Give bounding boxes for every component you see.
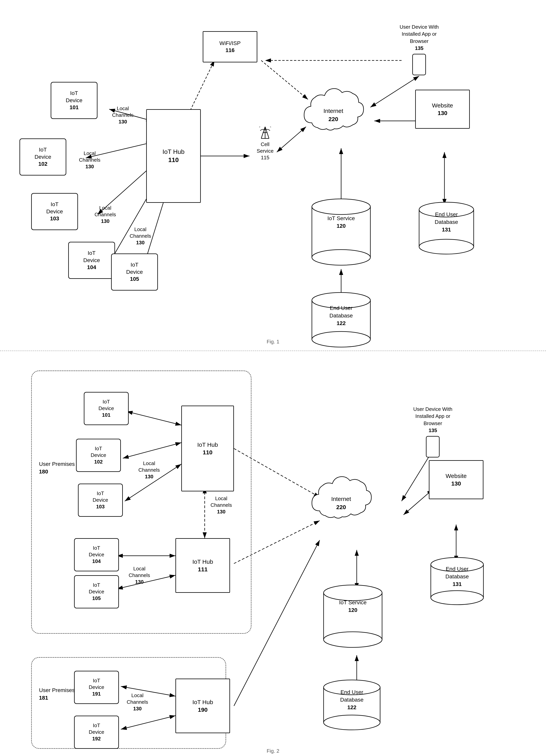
local-channels-130-d2-4: LocalChannels130 [127, 692, 148, 712]
user-device-135-d1: User Device WithInstalled App orBrowser1… [400, 23, 439, 75]
iot-device-103-d2: IoTDevice103 [78, 484, 123, 517]
svg-point-60 [431, 591, 483, 605]
iot-device-105-d1: IoTDevice105 [111, 253, 158, 291]
svg-point-27 [312, 250, 370, 265]
local-channels-label-1: LocalChannels130 [103, 105, 142, 125]
local-channels-130-d2-3: LocalChannels130 [211, 495, 232, 515]
iot-device-104-d1: IoTDevice104 [68, 242, 115, 279]
end-user-db-122-d1: End UserDatabase122 [308, 289, 374, 352]
local-channels-label-4: LocalChannels130 [121, 226, 160, 246]
svg-line-46 [403, 489, 433, 515]
svg-point-54 [323, 632, 382, 647]
iot-hub-111-d2: IoT Hub111 [176, 538, 230, 593]
svg-line-48 [401, 450, 433, 501]
svg-point-26 [312, 199, 370, 214]
iot-hub-110-d2: IoT Hub110 [181, 406, 234, 491]
end-user-db-122-d2: End UserDatabase122 [320, 677, 384, 735]
website-130-d1: Website130 [415, 90, 470, 129]
iot-device-103-d1: IoTDevice103 [31, 193, 78, 230]
iot-device-101-d2: IoTDevice101 [84, 392, 129, 425]
local-channels-label-3: LocalChannels130 [86, 205, 125, 224]
user-device-135-d2: User Device WithInstalled App orBrowser1… [413, 406, 452, 457]
wifi-isp-116: WiFi/ISP116 [203, 31, 257, 62]
svg-line-19 [370, 76, 419, 107]
iot-device-105-d2: IoTDevice105 [74, 575, 119, 608]
end-user-db-131-d1: End UserDatabase131 [415, 199, 478, 259]
svg-point-53 [323, 585, 382, 601]
iot-device-102-d2: IoTDevice102 [76, 439, 121, 472]
local-channels-label-2: LocalChannels130 [70, 150, 109, 170]
iot-device-192-d2: IoTDevice192 [74, 716, 119, 749]
iot-hub-190-d2: IoT Hub190 [176, 679, 230, 733]
diagram1-fig-label: Fig. 1 [267, 339, 279, 345]
svg-point-30 [312, 331, 370, 347]
iot-device-102-d1: IoTDevice102 [20, 138, 66, 175]
local-channels-130-d2-1: LocalChannels130 [138, 460, 160, 480]
svg-point-57 [323, 715, 380, 730]
iot-device-104-d2: IoTDevice104 [74, 538, 119, 571]
iot-device-101-d1: IoTDevice101 [51, 82, 98, 119]
iot-service-120-d1: IoT Service120 [308, 195, 374, 270]
end-user-db-131-d2: End UserDatabase131 [427, 554, 487, 610]
cell-service-115: CellService115 [248, 127, 282, 161]
user-premises-181-label: User Premises181 [39, 686, 75, 702]
user-premises-180-label: User Premises180 [39, 460, 75, 475]
iot-service-120-d2: IoT Service120 [320, 581, 386, 653]
internet-220-d1: Internet220 [296, 84, 370, 146]
internet-220-d2: Internet220 [304, 472, 378, 534]
iot-hub-110-d1: IoT Hub110 [146, 109, 201, 203]
diagram2-fig-label: Fig. 2 [267, 748, 279, 754]
svg-point-33 [419, 239, 474, 254]
local-channels-130-d2-2: LocalChannels130 [129, 565, 150, 585]
iot-device-191-d2: IoTDevice191 [74, 671, 119, 704]
website-130-d2: Website130 [429, 460, 483, 499]
